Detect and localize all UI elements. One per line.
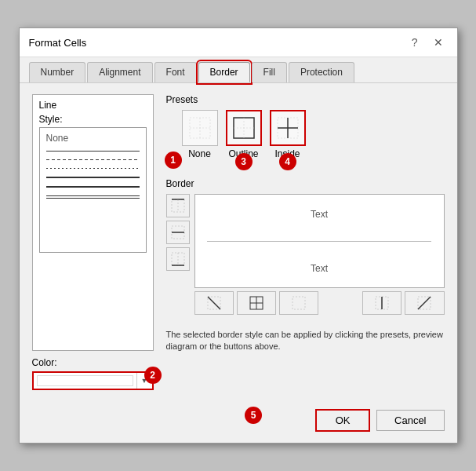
border-right-v-icon bbox=[375, 296, 389, 310]
border-btn-none-small[interactable] bbox=[279, 291, 318, 315]
border-left-buttons bbox=[166, 194, 190, 288]
color-dropdown[interactable]: ▼ bbox=[32, 371, 154, 390]
hint-text: The selected border style can be applied… bbox=[166, 329, 445, 353]
tab-border[interactable]: Border bbox=[198, 62, 250, 82]
badge-2: 2 bbox=[144, 367, 162, 384]
preset-outline-icon bbox=[232, 116, 256, 140]
tab-alignment[interactable]: Alignment bbox=[87, 62, 152, 82]
border-bottom-row bbox=[194, 291, 445, 315]
tabs-row: Number Alignment Font Border Fill Protec… bbox=[20, 57, 457, 83]
color-swatch bbox=[37, 375, 133, 386]
border-top-icon bbox=[171, 199, 185, 213]
border-btn-bottom[interactable] bbox=[166, 247, 190, 271]
dialog-title: Format Cells bbox=[29, 37, 87, 49]
border-btn-left-right[interactable] bbox=[237, 291, 276, 315]
svg-line-26 bbox=[418, 297, 431, 309]
style-thick[interactable] bbox=[46, 186, 140, 188]
svg-rect-22 bbox=[293, 297, 305, 309]
presets-title: Presets bbox=[166, 94, 445, 105]
tab-font[interactable]: Font bbox=[154, 62, 197, 82]
style-none[interactable]: None bbox=[43, 131, 143, 145]
presets-row: 1 None bbox=[174, 110, 445, 159]
border-all-icon bbox=[249, 296, 263, 310]
border-separator bbox=[207, 241, 431, 242]
border-btn-middle-h[interactable] bbox=[166, 221, 190, 244]
tab-fill[interactable]: Fill bbox=[252, 62, 287, 82]
help-button[interactable]: ? bbox=[407, 35, 423, 50]
badge-row-34: 3 4 bbox=[174, 153, 445, 170]
border-btn-right-v[interactable] bbox=[362, 291, 402, 315]
title-bar-controls: ? ✕ bbox=[407, 35, 448, 50]
border-btn-top[interactable] bbox=[166, 194, 190, 217]
presets-section: Presets 1 bbox=[166, 94, 445, 170]
line-section-title: Line bbox=[39, 100, 147, 111]
border-bottom-icon bbox=[171, 252, 185, 266]
border-title: Border bbox=[166, 178, 445, 189]
border-section: Border bbox=[166, 178, 445, 315]
badge-1: 1 bbox=[165, 152, 182, 169]
dialog-body: Line Style: None 2 Color: bbox=[20, 83, 457, 401]
preset-inside-button[interactable] bbox=[270, 110, 306, 146]
border-btn-diag-up[interactable] bbox=[405, 291, 444, 315]
line-section: Line Style: None bbox=[32, 94, 154, 351]
badge-5: 5 bbox=[245, 407, 262, 424]
main-row: Line Style: None 2 Color: bbox=[32, 94, 445, 390]
preset-none-button[interactable] bbox=[182, 110, 218, 146]
badge-3: 3 bbox=[235, 153, 253, 170]
left-panel: Line Style: None 2 Color: bbox=[32, 94, 154, 390]
border-diag-down-icon bbox=[207, 296, 221, 310]
preset-inside-icon bbox=[276, 116, 300, 140]
style-box[interactable]: None bbox=[39, 127, 147, 253]
svg-line-18 bbox=[208, 297, 220, 309]
cancel-button[interactable]: Cancel bbox=[376, 410, 444, 431]
preview-text-2: Text bbox=[195, 257, 444, 280]
style-label: Style: bbox=[39, 114, 147, 125]
border-btn-diag-down[interactable] bbox=[194, 291, 234, 315]
ok-button[interactable]: OK bbox=[315, 409, 370, 432]
tab-protection[interactable]: Protection bbox=[289, 62, 354, 82]
color-label: Color: bbox=[32, 357, 154, 368]
border-preview[interactable]: Text Text bbox=[194, 194, 445, 288]
border-area: Text Text bbox=[166, 194, 445, 288]
style-dotted[interactable] bbox=[46, 168, 140, 169]
format-cells-dialog: Format Cells ? ✕ Number Alignment Font B… bbox=[19, 27, 458, 444]
style-dashed[interactable] bbox=[46, 159, 140, 160]
preset-outline-item: Outline bbox=[226, 110, 262, 159]
dialog-footer: 5 OK Cancel bbox=[20, 401, 457, 443]
preset-none-icon bbox=[188, 116, 212, 140]
title-bar: Format Cells ? ✕ bbox=[20, 28, 457, 57]
close-button[interactable]: ✕ bbox=[429, 35, 448, 50]
right-panel: Presets 1 bbox=[166, 94, 445, 390]
style-medium[interactable] bbox=[46, 177, 140, 178]
color-section: 2 Color: ▼ bbox=[32, 357, 154, 390]
badge-4: 4 bbox=[279, 153, 296, 170]
preset-none-item: None bbox=[182, 110, 218, 159]
tab-number[interactable]: Number bbox=[29, 62, 86, 82]
border-none-small-icon bbox=[292, 296, 306, 310]
style-double[interactable] bbox=[46, 195, 140, 199]
style-solid-thin[interactable] bbox=[46, 151, 140, 152]
border-diag-up-icon bbox=[417, 296, 431, 310]
preview-text-1: Text bbox=[195, 203, 444, 226]
preset-inside-item: Inside bbox=[270, 110, 306, 159]
preset-outline-button[interactable] bbox=[226, 110, 262, 146]
border-middle-h-icon bbox=[171, 225, 185, 239]
